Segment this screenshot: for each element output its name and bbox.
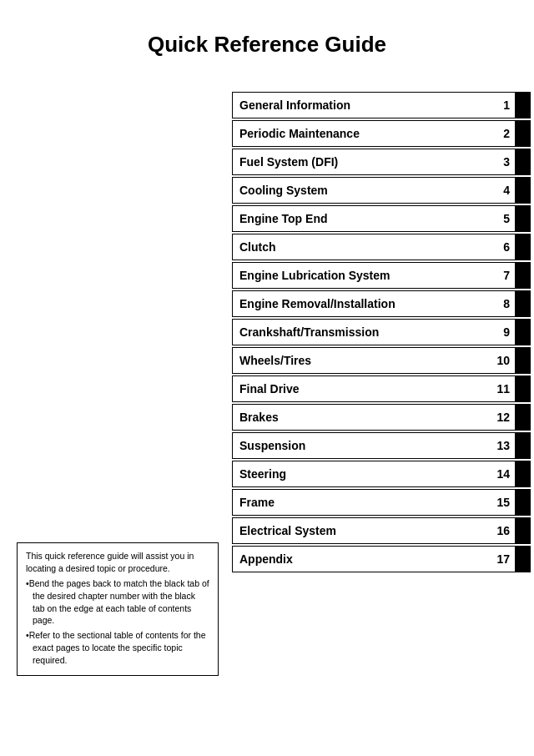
toc-number: 6 (485, 240, 515, 254)
info-bullet-1: •Bend the pages back to match the black … (26, 577, 209, 627)
toc-number: 14 (485, 467, 515, 481)
toc-row[interactable]: Cooling System4 (232, 177, 531, 204)
toc-row[interactable]: Electrical System16 (232, 517, 531, 544)
toc-tab (515, 405, 530, 430)
toc-row[interactable]: Suspension13 (232, 432, 531, 459)
toc-number: 13 (485, 439, 515, 452)
toc-row[interactable]: Engine Removal/Installation8 (232, 290, 531, 317)
info-intro: This quick reference guide will assist y… (26, 550, 209, 574)
toc-label: Final Drive (233, 382, 485, 396)
toc-tab (515, 433, 530, 458)
toc-number: 3 (485, 155, 515, 169)
toc-tab (515, 320, 530, 345)
toc-label: Steering (233, 467, 485, 481)
toc-label: Crankshaft/Transmission (233, 325, 485, 339)
toc-tab (515, 547, 530, 572)
toc-tab (515, 234, 530, 260)
toc-label: Frame (233, 496, 485, 509)
toc-tab (515, 348, 530, 373)
toc-label: Wheels/Tires (233, 354, 485, 367)
toc-number: 5 (485, 212, 515, 225)
toc-label: Periodic Maintenance (233, 127, 485, 140)
toc-label: Electrical System (233, 524, 485, 537)
toc-row[interactable]: Engine Top End5 (232, 205, 531, 232)
toc-tab (515, 291, 530, 316)
toc-label: Engine Lubrication System (233, 269, 485, 282)
toc-number: 12 (485, 411, 515, 424)
toc-number: 17 (485, 552, 515, 566)
toc-number: 1 (485, 98, 515, 112)
toc-number: 9 (485, 325, 515, 339)
toc-tab (515, 518, 530, 543)
toc-label: Engine Removal/Installation (233, 297, 485, 310)
toc-tab (515, 121, 530, 146)
toc-tab (515, 149, 530, 174)
info-bullet-2: •Refer to the sectional table of content… (26, 629, 209, 666)
toc-label: Appendix (233, 552, 485, 566)
toc-row[interactable]: Appendix17 (232, 546, 531, 572)
toc-tab (515, 178, 530, 203)
toc-row[interactable]: Periodic Maintenance2 (232, 120, 531, 147)
toc-number: 2 (485, 127, 515, 140)
toc-row[interactable]: Frame15 (232, 489, 531, 516)
toc-label: Suspension (233, 439, 485, 452)
toc-label: Engine Top End (233, 212, 485, 225)
toc-tab (515, 93, 530, 118)
toc-number: 8 (485, 297, 515, 310)
toc-tab (515, 263, 530, 288)
info-box: This quick reference guide will assist y… (17, 542, 219, 676)
toc-row[interactable]: Engine Lubrication System7 (232, 262, 531, 289)
toc-label: General Information (233, 98, 485, 112)
toc-label: Brakes (233, 411, 485, 424)
toc-container: General Information1Periodic Maintenance… (232, 92, 531, 574)
toc-label: Cooling System (233, 184, 485, 197)
toc-tab (515, 490, 530, 515)
toc-number: 10 (485, 354, 515, 367)
toc-row[interactable]: Brakes12 (232, 404, 531, 431)
toc-number: 15 (485, 496, 515, 509)
toc-number: 11 (485, 382, 515, 396)
page-title: Quick Reference Guide (0, 0, 534, 81)
toc-row[interactable]: Crankshaft/Transmission9 (232, 319, 531, 345)
toc-tab (515, 461, 530, 486)
toc-label: Fuel System (DFI) (233, 155, 485, 169)
toc-row[interactable]: Clutch6 (232, 234, 531, 260)
toc-number: 7 (485, 269, 515, 282)
toc-row[interactable]: General Information1 (232, 92, 531, 118)
toc-label: Clutch (233, 240, 485, 254)
toc-row[interactable]: Steering14 (232, 461, 531, 487)
toc-number: 4 (485, 184, 515, 197)
toc-row[interactable]: Final Drive11 (232, 375, 531, 402)
toc-number: 16 (485, 524, 515, 537)
toc-row[interactable]: Wheels/Tires10 (232, 347, 531, 374)
toc-tab (515, 206, 530, 231)
toc-tab (515, 376, 530, 401)
toc-row[interactable]: Fuel System (DFI)3 (232, 149, 531, 175)
